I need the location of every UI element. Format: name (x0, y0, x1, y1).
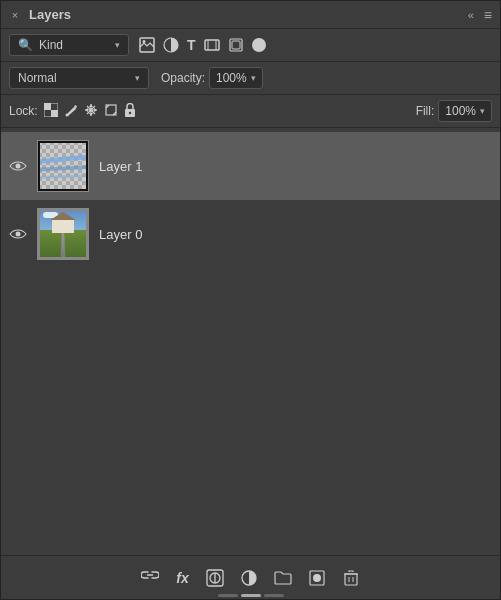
svg-point-17 (16, 164, 21, 169)
opacity-arrow: ▾ (251, 73, 256, 83)
add-fill-adjustment-button[interactable] (205, 568, 225, 588)
opacity-value-text: 100% (216, 71, 247, 85)
blend-mode-arrow: ▾ (135, 73, 140, 83)
svg-point-1 (143, 40, 146, 43)
lock-label: Lock: (9, 104, 38, 118)
svg-point-27 (313, 574, 321, 582)
lock-options (44, 103, 136, 120)
filter-toolbar: 🔍 Kind ▾ T (1, 29, 500, 62)
opacity-input[interactable]: 100% ▾ (209, 67, 263, 89)
title-bar: × Layers « ≡ (1, 1, 500, 29)
svg-rect-6 (44, 103, 51, 110)
shape-filter-icon[interactable] (204, 37, 220, 53)
search-icon: 🔍 (18, 38, 33, 52)
pixel-filter-icon[interactable] (139, 37, 155, 53)
opacity-section: Opacity: 100% ▾ (161, 67, 263, 89)
double-arrow-icon[interactable]: « (468, 9, 474, 21)
scroll-dot (264, 594, 284, 597)
text-filter-icon[interactable]: T (187, 37, 196, 53)
kind-dropdown-arrow: ▾ (115, 40, 120, 50)
close-button[interactable]: × (9, 9, 21, 21)
blend-opacity-toolbar: Normal ▾ Opacity: 100% ▾ (1, 62, 500, 95)
layer-name: Layer 0 (99, 227, 492, 242)
special-filter-icon[interactable] (252, 38, 266, 52)
scroll-dot (218, 594, 238, 597)
smart-object-filter-icon[interactable] (228, 37, 244, 53)
lock-image-pixels-button[interactable] (64, 103, 78, 120)
layer-visibility-toggle[interactable] (9, 227, 27, 241)
layers-panel: × Layers « ≡ 🔍 Kind ▾ (0, 0, 501, 600)
svg-marker-12 (85, 108, 88, 112)
layer-thumbnail (37, 140, 89, 192)
layer-type-filters: T (139, 37, 266, 53)
blend-mode-dropdown[interactable]: Normal ▾ (9, 67, 149, 89)
lock-all-button[interactable] (124, 103, 136, 120)
panel-menu-button[interactable]: ≡ (484, 7, 492, 23)
kind-dropdown[interactable]: 🔍 Kind ▾ (9, 34, 129, 56)
lock-fill-toolbar: Lock: (1, 95, 500, 128)
svg-marker-13 (94, 108, 97, 112)
fill-arrow: ▾ (480, 106, 485, 116)
link-layers-button[interactable] (140, 568, 160, 588)
scroll-dot (241, 594, 261, 597)
add-layer-mask-button[interactable] (307, 568, 327, 588)
lock-position-button[interactable] (84, 103, 98, 120)
svg-rect-7 (51, 110, 58, 117)
layer-item[interactable]: Layer 0 (1, 200, 500, 268)
svg-point-9 (65, 113, 68, 116)
bottom-toolbar: fx (1, 555, 500, 599)
opacity-label: Opacity: (161, 71, 205, 85)
add-layer-style-button[interactable]: fx (174, 568, 190, 588)
fill-section: Fill: 100% ▾ (416, 100, 492, 122)
svg-point-16 (128, 111, 130, 113)
layer-item[interactable]: Layer 1 (1, 132, 500, 200)
layer-name: Layer 1 (99, 159, 492, 174)
lock-transparent-pixels-button[interactable] (44, 103, 58, 120)
svg-marker-11 (89, 113, 93, 116)
scroll-indicator (218, 594, 284, 597)
panel-title: Layers (29, 7, 71, 22)
kind-label: Kind (39, 38, 63, 52)
new-fill-layer-button[interactable] (239, 568, 259, 588)
title-bar-left: × Layers (9, 7, 71, 22)
svg-rect-5 (232, 41, 240, 49)
delete-layer-button[interactable] (341, 568, 361, 588)
layer-visibility-toggle[interactable] (9, 159, 27, 173)
blend-mode-value: Normal (18, 71, 57, 85)
fill-label: Fill: (416, 104, 435, 118)
svg-rect-28 (345, 574, 357, 585)
fill-input[interactable]: 100% ▾ (438, 100, 492, 122)
lock-artboard-button[interactable] (104, 103, 118, 120)
adjustment-filter-icon[interactable] (163, 37, 179, 53)
layers-list: Layer 1 Layer 0 (1, 128, 500, 555)
svg-point-21 (16, 232, 21, 237)
svg-rect-3 (205, 40, 219, 50)
fill-value-text: 100% (445, 104, 476, 118)
layer-thumbnail (37, 208, 89, 260)
svg-marker-10 (89, 104, 93, 107)
new-group-button[interactable] (273, 568, 293, 588)
